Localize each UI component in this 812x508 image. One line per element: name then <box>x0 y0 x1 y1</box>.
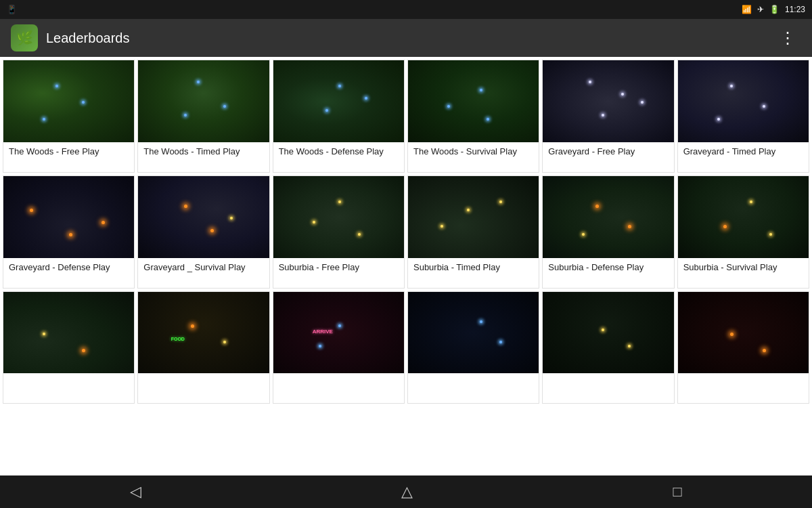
yellow-dot <box>602 329 604 331</box>
grid-item[interactable]: Graveyard - Free Play <box>542 60 674 173</box>
grid-item-label: The Woods - Survival Play <box>408 142 539 172</box>
grid-item[interactable] <box>3 291 135 404</box>
grid-item[interactable] <box>542 291 674 404</box>
grid-item[interactable]: FOOD <box>137 291 269 404</box>
yellow-dot <box>441 225 443 228</box>
grid-item-label: Graveyard - Timed Play <box>678 142 809 172</box>
time-display: 11:23 <box>785 5 805 14</box>
grid-item[interactable]: Graveyard _ Survival Play <box>137 175 269 289</box>
grid-item[interactable]: Suburbia - Timed Play <box>407 175 539 289</box>
grid-item[interactable]: Suburbia - Survival Play <box>677 175 809 289</box>
grid-item[interactable]: Graveyard - Timed Play <box>677 60 809 173</box>
yellow-dot <box>43 333 45 335</box>
yellow-dot <box>499 200 502 203</box>
orange-dot <box>69 233 72 236</box>
blue-dot <box>325 109 328 112</box>
grid-item-label <box>3 373 134 403</box>
grid-item-label: Graveyard - Free Play <box>543 142 673 172</box>
grid-item-label <box>273 373 404 403</box>
blue-dot <box>319 345 321 347</box>
status-bar-left: 📱 <box>7 5 17 14</box>
nav-bar: ◁ △ □ <box>0 475 812 508</box>
orange-dot <box>191 324 194 328</box>
blue-dot <box>480 320 482 323</box>
back-button[interactable]: ◁ <box>114 478 158 506</box>
status-bar-right: 📶 ✈ 🔋 11:23 <box>742 5 805 14</box>
yellow-dot <box>628 345 631 347</box>
orange-dot <box>730 333 734 336</box>
blue-dot <box>499 341 502 343</box>
grid-item[interactable]: The Woods - Defense Play <box>273 60 405 173</box>
grid-item[interactable]: The Woods - Survival Play <box>407 60 539 173</box>
white-dot <box>730 85 733 87</box>
phone-icon: 📱 <box>7 5 17 14</box>
blue-dot <box>43 118 45 121</box>
app-icon: 🌿 <box>11 24 38 51</box>
white-dot <box>641 101 644 104</box>
grid-item-label: Suburbia - Survival Play <box>678 258 809 288</box>
yellow-dot <box>338 200 341 203</box>
blue-dot <box>197 81 200 83</box>
neon-arrive-sign: ARRIVE <box>313 329 333 335</box>
grid-item-label: The Woods - Free Play <box>3 142 134 172</box>
grid-item[interactable]: The Woods - Free Play <box>3 60 135 173</box>
blue-dot <box>55 85 58 87</box>
yellow-dot <box>313 221 315 224</box>
home-button[interactable]: △ <box>385 478 429 506</box>
white-dot <box>621 93 624 96</box>
blue-dot <box>82 101 85 104</box>
grid-item-label <box>678 373 809 403</box>
blue-dot <box>365 97 367 100</box>
orange-dot <box>82 349 85 352</box>
grid-item[interactable] <box>677 291 809 404</box>
yellow-dot <box>223 341 226 343</box>
orange-dot <box>595 205 599 208</box>
grid-item-label: Graveyard - Defense Play <box>3 258 134 288</box>
yellow-dot <box>358 233 361 236</box>
more-options-button[interactable]: ⋮ <box>774 23 801 53</box>
grid-item-label: Graveyard _ Survival Play <box>138 258 269 288</box>
yellow-dot <box>769 233 772 236</box>
blue-dot <box>184 114 187 117</box>
grid-item-label: The Woods - Timed Play <box>138 142 269 172</box>
orange-dot <box>102 221 105 224</box>
orange-dot <box>184 205 187 208</box>
grid-item[interactable]: Suburbia - Free Play <box>273 175 405 289</box>
grid-item-label: Suburbia - Timed Play <box>408 258 539 288</box>
grid-item[interactable] <box>407 291 539 404</box>
blue-dot <box>447 105 450 108</box>
yellow-dot <box>467 209 470 211</box>
yellow-dot <box>582 233 585 236</box>
leaderboard-grid: The Woods - Free PlayThe Woods - Timed P… <box>3 60 809 404</box>
blue-dot <box>223 105 226 108</box>
orange-dot <box>210 229 214 232</box>
battery-icon: 🔋 <box>769 5 780 14</box>
grid-item-label: Suburbia - Free Play <box>273 258 404 288</box>
orange-dot <box>30 209 33 212</box>
blue-dot <box>487 118 489 121</box>
airplane-icon: ✈ <box>757 5 764 14</box>
white-dot <box>589 81 591 83</box>
grid-item[interactable]: Graveyard - Defense Play <box>3 175 135 289</box>
blue-dot <box>338 85 341 87</box>
blue-dot <box>338 324 341 327</box>
grid-item-label <box>408 373 539 403</box>
grid-item[interactable]: Suburbia - Defense Play <box>542 175 674 289</box>
grid-item[interactable]: The Woods - Timed Play <box>137 60 269 173</box>
status-bar: 📱 📶 ✈ 🔋 11:23 <box>0 0 812 19</box>
blue-dot <box>480 89 482 91</box>
grid-item-label: Suburbia - Defense Play <box>543 258 673 288</box>
app-bar-title: Leaderboards <box>46 30 774 46</box>
orange-dot <box>628 225 631 228</box>
yellow-dot <box>750 200 752 203</box>
white-dot <box>602 114 604 117</box>
grid-item-label: The Woods - Defense Play <box>273 142 404 172</box>
recents-button[interactable]: □ <box>657 478 698 506</box>
orange-dot <box>723 225 727 228</box>
app-bar: 🌿 Leaderboards ⋮ <box>0 19 812 57</box>
grid-item[interactable]: ARRIVE <box>273 291 405 404</box>
leaderboard-grid-content: The Woods - Free PlayThe Woods - Timed P… <box>0 57 812 475</box>
grid-item-label <box>138 373 269 403</box>
grid-item-label <box>543 373 673 403</box>
yellow-dot <box>230 217 233 219</box>
